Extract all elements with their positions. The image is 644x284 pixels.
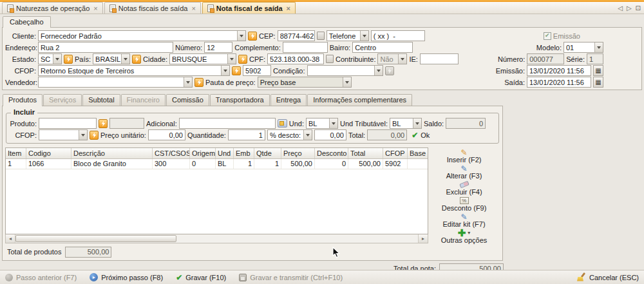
calendar-icon[interactable]: ▦ [593, 77, 603, 88]
window-list-icon[interactable]: ⊡ [636, 5, 641, 12]
cliente-combo[interactable]: Fornecedor Padrão [38, 30, 246, 41]
endereco-field[interactable]: Rua 2 [38, 42, 173, 53]
chevron-down-icon[interactable] [79, 130, 87, 140]
chevron-down-icon[interactable] [343, 77, 351, 87]
close-icon[interactable]: × [93, 5, 97, 12]
incluir-cfop-lookup-icon[interactable] [90, 131, 99, 140]
cliente-lookup-icon[interactable] [248, 32, 257, 41]
chevron-down-icon[interactable] [303, 130, 312, 140]
unit-conversion-icon[interactable] [278, 119, 287, 128]
numero-endereco-field[interactable]: 12 [204, 42, 232, 53]
close-icon[interactable]: × [191, 5, 195, 12]
pais-label: País: [75, 55, 91, 63]
scrollbar-track[interactable] [176, 234, 418, 243]
produto-lookup-icon[interactable] [99, 119, 108, 128]
gravar-transmitir-button[interactable]: Gravar e transmitir (Ctrl+F10) [239, 274, 343, 281]
proximo-passo-button[interactable]: Próximo passo (F8) [90, 273, 163, 281]
inserir-button[interactable]: ✎ Inserir (F2) [447, 148, 482, 164]
nav-back-icon[interactable]: ◁ [618, 5, 623, 12]
bairro-field[interactable]: Centro [352, 42, 413, 53]
nav-forward-icon[interactable]: ▷ [627, 5, 632, 12]
pauta-combo[interactable]: Preço base [258, 77, 352, 88]
passo-anterior-button[interactable]: Passo anterior (F7) [5, 274, 77, 281]
emissao-checkbox-label: Emissão [553, 32, 580, 40]
preco-unitario-field[interactable]: 0,00 [148, 129, 185, 140]
column-header-cfop: CFOP [383, 148, 408, 158]
chevron-down-icon[interactable] [413, 118, 421, 128]
scroll-right-button[interactable]: ▸ [418, 234, 428, 243]
chevron-down-icon[interactable] [237, 31, 245, 41]
chevron-down-icon[interactable] [53, 54, 61, 64]
cidade-combo[interactable]: BRUSQUE [169, 53, 236, 64]
und-combo[interactable]: BL [306, 118, 338, 129]
pais-lookup-icon[interactable] [132, 55, 141, 64]
descto-tipo-combo[interactable]: % descto: [267, 129, 312, 140]
outras-opcoes-button[interactable]: ✚ ▾ Outras opções [441, 229, 488, 245]
cfop-lookup-icon[interactable] [232, 66, 241, 75]
column-header-und: Und [216, 148, 234, 158]
window-tab-naturezas-de-operacao[interactable]: Naturezas de operação × [2, 2, 103, 14]
cpf-field[interactable]: 523.183.000-38 [267, 53, 324, 64]
editar-kit-button[interactable]: ✎ Editar kit (F7) [443, 213, 486, 229]
condicao-combo[interactable] [307, 65, 383, 76]
telefone-field[interactable]: ( xx ) - [371, 30, 425, 41]
chevron-down-icon[interactable] [360, 31, 368, 41]
tab-transportadora[interactable]: Transportadora [210, 94, 270, 106]
gravar-button[interactable]: ✔ Gravar (F10) [176, 273, 226, 282]
tab-comissao[interactable]: Comissão [166, 94, 209, 106]
cfop-combo[interactable]: Retorno Estoque de Terceiros [38, 65, 230, 76]
tab-produtos[interactable]: Produtos [3, 94, 43, 106]
cep-search-icon[interactable] [317, 32, 325, 40]
quantidade-field[interactable]: 1 [228, 129, 265, 140]
telefone-tipo-combo[interactable]: Telefone [327, 30, 369, 41]
cpf-validate-icon[interactable] [326, 55, 334, 63]
chevron-down-icon[interactable] [227, 54, 236, 64]
chevron-down-icon[interactable] [594, 43, 603, 52]
table-row[interactable]: 1 1066 Bloco de Granito 300 0 BL 1 1 500… [6, 159, 428, 169]
cell-base [408, 159, 428, 169]
und-tributavel-combo[interactable]: BL [390, 118, 422, 129]
ok-button[interactable]: ✔ Ok [409, 131, 432, 140]
cidade-lookup-icon[interactable] [238, 55, 247, 64]
chevron-down-icon[interactable] [329, 118, 337, 128]
cliente-value: Fornecedor Padrão [39, 31, 237, 41]
complemento-field[interactable] [283, 42, 328, 53]
vendedor-lookup-icon[interactable] [194, 78, 204, 87]
vendedor-combo[interactable] [38, 77, 193, 88]
tab-informacoes-complementares[interactable]: Informações complementares [307, 94, 412, 106]
estado-combo[interactable]: SC [38, 53, 62, 64]
estado-lookup-icon[interactable] [64, 55, 73, 64]
pauta-value: Preço base [258, 77, 343, 87]
saida-field[interactable]: 13/01/2020 11:56 [527, 77, 591, 88]
scrollbar-thumb[interactable] [15, 235, 176, 242]
adicional-field[interactable] [179, 118, 276, 129]
ie-field[interactable] [420, 53, 459, 64]
incluir-cfop-combo[interactable] [39, 129, 88, 140]
cfop-codigo-field[interactable]: 5902 [243, 65, 271, 76]
cancelar-button[interactable]: Cancelar (ESC) [576, 273, 639, 282]
und-value: BL [307, 118, 329, 128]
alterar-button[interactable]: ✎ Alterar (F3) [446, 164, 482, 180]
tab-cabecalho[interactable]: Cabeçalho [3, 16, 51, 28]
calendar-icon[interactable]: ▦ [593, 65, 603, 76]
tab-subtotal[interactable]: Subtotal [82, 94, 120, 106]
scroll-left-button[interactable]: ◂ [6, 234, 15, 243]
close-icon[interactable]: × [287, 5, 290, 12]
chevron-down-icon[interactable] [221, 66, 229, 75]
descto-field[interactable]: 0,00 [314, 129, 346, 140]
chevron-down-icon[interactable] [374, 66, 383, 75]
chevron-down-icon[interactable] [184, 77, 192, 87]
tab-entrega[interactable]: Entrega [270, 94, 307, 106]
cep-field[interactable]: 88774-462 [278, 30, 315, 41]
emissao-checkbox: ✔ [544, 32, 551, 40]
window-tab-nota-fiscal-de-saida[interactable]: Nota fiscal de saída × [202, 2, 296, 14]
modelo-combo[interactable]: 01 [564, 42, 603, 53]
emissao-data-field[interactable]: 13/01/2020 11:56 [527, 65, 591, 76]
chevron-down-icon[interactable] [121, 54, 129, 64]
statusbar: Passo anterior (F7) Próximo passo (F8) ✔… [0, 270, 644, 284]
excluir-button[interactable]: Excluir (F4) [446, 180, 482, 196]
desconto-button[interactable]: % Desconto (F9) [442, 196, 487, 213]
window-tab-notas-fiscais-de-saida[interactable]: Notas fiscais de saída × [104, 2, 201, 14]
pais-combo[interactable]: BRASIL [93, 53, 130, 64]
produto-field[interactable] [39, 118, 97, 129]
